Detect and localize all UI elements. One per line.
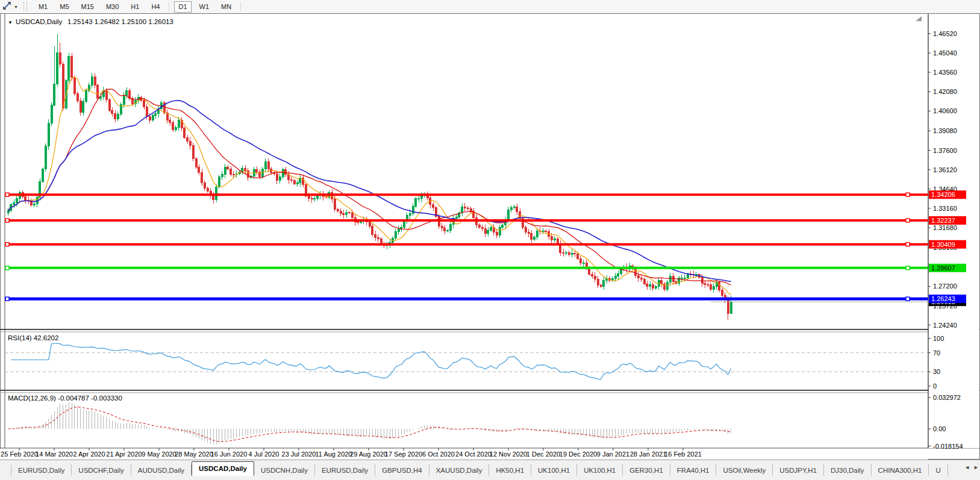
date-tick-label: 1 Dec 2020 xyxy=(526,450,560,458)
date-tick-label: 9 Jan 2021 xyxy=(597,450,629,458)
tab-dj30-daily[interactable]: DJ30,Daily xyxy=(824,464,872,476)
toolbar-separator xyxy=(169,2,169,11)
price-tick-label: 1.42080 xyxy=(933,88,957,95)
timeframe-button-d1[interactable]: D1 xyxy=(174,1,191,13)
level-handle[interactable] xyxy=(5,243,9,246)
candlestick-series xyxy=(7,34,732,320)
tab-uk100-h1[interactable]: UK100,H1 xyxy=(531,464,577,476)
price-tick-label: 1.40600 xyxy=(933,107,957,114)
tab-hk50-h1[interactable]: HK50,H1 xyxy=(489,464,531,476)
date-tick-label: 4 Jul 2020 xyxy=(249,450,279,458)
timeframe-button-h4[interactable]: H4 xyxy=(147,1,164,13)
tab-u[interactable]: U xyxy=(929,464,947,476)
macd-signal-line xyxy=(8,407,731,442)
macd-pane xyxy=(8,402,731,444)
usdcad-daily-chart[interactable]: 1.465201.450401.435601.420801.406001.390… xyxy=(0,13,980,460)
price-tick-label: 1.45040 xyxy=(933,49,957,57)
tab-strip-stub xyxy=(1,465,11,476)
top-toolbar: ▼ M1M5M15M30H1H4D1W1MN xyxy=(0,0,980,14)
timeframe-button-mn[interactable]: MN xyxy=(217,1,236,13)
chevron-down-icon[interactable]: ▼ xyxy=(14,5,18,9)
price-tick-label: 1.36120 xyxy=(933,166,957,173)
level-handle[interactable] xyxy=(906,243,910,246)
ma-fast-line xyxy=(8,77,731,295)
price-tick-label: 1.27200 xyxy=(933,282,957,290)
rsi-pane xyxy=(5,343,928,379)
rsi-indicator-label: RSI(14) 42.6202 xyxy=(8,334,58,341)
tab-audusd-daily[interactable]: AUDUSD,Daily xyxy=(131,464,192,476)
cursor-tool-button[interactable]: ▼ xyxy=(1,1,20,13)
level-handle[interactable] xyxy=(906,266,910,270)
date-tick-label: 16 Jun 2020 xyxy=(211,450,248,458)
price-tick-label: 1.33160 xyxy=(933,205,957,212)
price-tick-label: 1.24240 xyxy=(933,322,957,329)
chart-title-arrow-icon[interactable]: ▼ xyxy=(8,20,13,25)
tab-china300-h1[interactable]: CHINA300,H1 xyxy=(872,464,929,476)
timeframe-button-m1[interactable]: M1 xyxy=(34,1,52,13)
tab-eurusd-daily[interactable]: EURUSD,Daily xyxy=(11,464,72,476)
date-tick-label: 23 Jul 2020 xyxy=(282,450,316,458)
level-price-label: 1.26243 xyxy=(931,295,955,302)
tab-uk100-h1[interactable]: UK100,H1 xyxy=(577,464,623,476)
timeframe-button-m5[interactable]: M5 xyxy=(55,1,73,13)
level-price-label: 1.28607 xyxy=(931,264,955,272)
tab-usdjpy-h1[interactable]: USDJPY,H1 xyxy=(773,464,824,476)
date-tick-label: 12 Nov 2020 xyxy=(490,450,527,458)
chart-labels: ▼USDCAD,Daily1.25143 1.26482 1.25100 1.2… xyxy=(8,18,173,402)
rsi-tick-label: 0 xyxy=(933,382,937,390)
ma-mid-line xyxy=(8,89,731,285)
rsi-tick-label: 70 xyxy=(933,349,940,357)
date-tick-label: 24 Oct 2020 xyxy=(455,450,492,458)
timeframe-button-h1[interactable]: H1 xyxy=(126,1,143,13)
rsi-line xyxy=(11,343,731,379)
date-tick-label: 11 Aug 2020 xyxy=(316,450,352,458)
date-tick-label: 28 Jan 2021 xyxy=(630,450,667,458)
ohlc-values: 1.25143 1.26482 1.25100 1.26013 xyxy=(67,18,173,25)
timeframe-button-m30[interactable]: M30 xyxy=(102,1,123,13)
date-tick-label: 6 Oct 2020 xyxy=(422,450,455,458)
tab-usdcad-daily[interactable]: USDCAD,Daily xyxy=(192,461,254,476)
rsi-tick-label: 30 xyxy=(933,368,940,375)
timeframe-button-m15[interactable]: M15 xyxy=(77,1,98,13)
tab-usoil-weekly[interactable]: USOil,Weekly xyxy=(716,464,773,476)
timeframe-button-w1[interactable]: W1 xyxy=(195,1,214,13)
ma-slow-line xyxy=(8,101,731,282)
toolbar-grip[interactable] xyxy=(23,2,27,11)
crosshair-tool-icon xyxy=(2,1,12,13)
date-tick-label: 2 Apr 2020 xyxy=(73,450,105,458)
chart-title: USDCAD,Daily xyxy=(16,18,63,25)
horizontal-levels xyxy=(5,193,928,301)
level-price-label: 1.32237 xyxy=(931,217,955,224)
level-handle[interactable] xyxy=(5,219,9,222)
level-handle[interactable] xyxy=(906,219,910,222)
level-handle[interactable] xyxy=(906,297,910,301)
level-handle[interactable] xyxy=(5,266,9,270)
date-tick-label: 21 Apr 2020 xyxy=(106,450,142,458)
macd-tick-label: 0.032972 xyxy=(933,394,961,401)
level-handle[interactable] xyxy=(5,193,9,196)
tab-gbpusd-h4[interactable]: GBPUSD,H4 xyxy=(375,464,429,476)
tab-scroll-left-icon[interactable]: ◄ xyxy=(964,464,970,471)
chart-window: 1.465201.450401.435601.420801.406001.390… xyxy=(0,13,980,460)
date-tick-label: 17 Sep 2020 xyxy=(385,450,422,458)
timeframe-button-group: M1M5M15M30H1H4D1W1MN xyxy=(32,1,244,13)
tab-xauusd-daily[interactable]: XAUUSD,Daily xyxy=(429,464,490,476)
rsi-tick-label: 100 xyxy=(933,335,944,342)
tab-eurusd-daily[interactable]: EURUSD,Daily xyxy=(315,464,375,476)
macd-tick-label: 0.00 xyxy=(933,425,946,432)
date-tick-label: 25 Feb 2020 xyxy=(1,450,38,458)
level-handle[interactable] xyxy=(5,297,9,301)
date-tick-label: 19 Dec 2020 xyxy=(560,450,597,458)
date-tick-label: 14 Mar 2020 xyxy=(36,450,73,458)
chart-tabs: EURUSD,DailyUSDCHF,DailyAUDUSD,DailyUSDC… xyxy=(0,461,980,476)
tab-usdcnh-daily[interactable]: USDCNH,Daily xyxy=(254,464,315,476)
price-tick-label: 1.39080 xyxy=(933,127,957,134)
level-handle[interactable] xyxy=(906,193,910,196)
tab-ger30-h1[interactable]: GER30,H1 xyxy=(623,464,670,476)
tab-fra40-h1[interactable]: FRA40,H1 xyxy=(670,464,717,476)
tab-usdchf-daily[interactable]: USDCHF,Daily xyxy=(72,464,131,476)
chart-tab-bar: EURUSD,DailyUSDCHF,DailyAUDUSD,DailyUSDC… xyxy=(0,460,980,480)
scroll-to-end-icon[interactable] xyxy=(916,16,922,21)
date-tick-label: 9 May 2020 xyxy=(142,450,176,458)
tab-scroll-right-icon[interactable]: ► xyxy=(973,464,979,471)
